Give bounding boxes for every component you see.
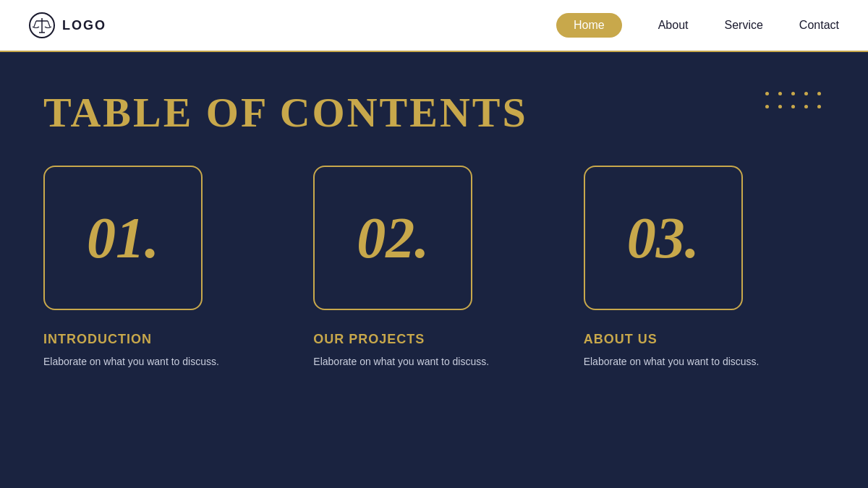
number-card-3: 03. xyxy=(584,166,743,310)
nav-about[interactable]: About xyxy=(658,19,689,32)
number-value-2: 02. xyxy=(357,205,429,271)
info-desc-1: Elaborate on what you want to discuss. xyxy=(43,354,284,369)
info-desc-2: Elaborate on what you want to discuss. xyxy=(313,354,554,369)
dot-6 xyxy=(765,105,769,108)
dot-10 xyxy=(817,105,821,108)
svg-line-4 xyxy=(48,21,50,27)
nav-home[interactable]: Home xyxy=(556,13,622,38)
number-value-3: 03. xyxy=(627,205,699,271)
logo-icon xyxy=(29,12,55,38)
dot-9 xyxy=(804,105,808,108)
dot-8 xyxy=(791,105,795,108)
nav-contact[interactable]: Contact xyxy=(799,19,839,32)
navbar: LOGO Home About Service Contact xyxy=(0,0,868,52)
info-title-1: INTRODUCTION xyxy=(43,332,284,347)
main-content: TABLE OF CONTENTS 01. INTRODUCTION Elabo… xyxy=(0,52,868,488)
nav-links: Home About Service Contact xyxy=(556,13,839,38)
info-title-2: OUR PROJECTS xyxy=(313,332,554,347)
nav-service[interactable]: Service xyxy=(725,19,763,32)
info-2: OUR PROJECTS Elaborate on what you want … xyxy=(313,332,554,369)
number-value-1: 01. xyxy=(87,205,159,271)
dot-7 xyxy=(778,105,782,108)
col-1: 01. INTRODUCTION Elaborate on what you w… xyxy=(43,166,284,369)
svg-line-3 xyxy=(34,21,36,27)
number-card-1: 01. xyxy=(43,166,203,310)
col-3: 03. ABOUT US Elaborate on what you want … xyxy=(584,166,825,369)
number-card-2: 02. xyxy=(313,166,472,310)
content-columns: 01. INTRODUCTION Elaborate on what you w… xyxy=(43,166,825,369)
col-2: 02. OUR PROJECTS Elaborate on what you w… xyxy=(313,166,554,369)
dot-2 xyxy=(778,92,782,95)
dots-decoration xyxy=(765,92,825,112)
section-title: TABLE OF CONTENTS xyxy=(43,88,825,137)
dot-1 xyxy=(765,92,769,95)
logo-area: LOGO xyxy=(29,12,106,38)
info-desc-3: Elaborate on what you want to discuss. xyxy=(584,354,825,369)
dot-3 xyxy=(791,92,795,95)
dot-4 xyxy=(804,92,808,95)
logo-text: LOGO xyxy=(62,18,106,33)
info-1: INTRODUCTION Elaborate on what you want … xyxy=(43,332,284,369)
dot-5 xyxy=(817,92,821,95)
info-title-3: ABOUT US xyxy=(584,332,825,347)
info-3: ABOUT US Elaborate on what you want to d… xyxy=(584,332,825,369)
